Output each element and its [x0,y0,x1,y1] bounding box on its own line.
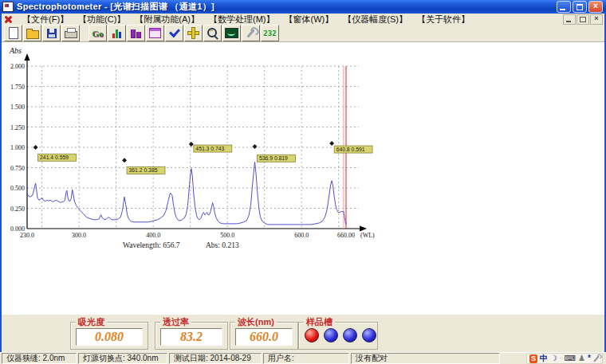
purple-bars-icon [131,29,141,38]
print-button[interactable] [61,25,80,41]
sample-cell-2[interactable] [324,328,338,342]
chinese-mode-icon[interactable]: 中 [540,354,548,363]
restore-button[interactable] [573,1,587,13]
wavelength-label: 波长(nm) [235,316,277,328]
person-icon[interactable]: ♟ [578,354,585,363]
status-slit: 仪器狭缝: 2.0nm [2,353,77,364]
validate-button[interactable] [165,25,183,41]
status-lamp-switch: 灯源切换点: 340.0nm [78,353,167,364]
save-button[interactable] [42,25,61,41]
sample-cell-group: 样品槽 [298,322,378,350]
sample-cell-3[interactable] [343,328,357,342]
sample-cell-4[interactable] [362,328,376,342]
svg-text:1.750: 1.750 [10,84,25,91]
menu-accessory[interactable]: 【附属功能(A)】 [130,14,204,25]
svg-text:Abs: 0.213: Abs: 0.213 [206,241,239,249]
new-file-icon [9,27,18,39]
crosshair-button[interactable] [184,25,203,41]
document-icon [4,15,13,24]
rs232-icon: 232 [263,29,276,37]
svg-text:(WL): (WL) [360,232,375,239]
crosshair-icon [188,28,199,38]
menu-instrument[interactable]: 【仪器幅度(S)】 [338,14,412,25]
transmittance-value: 83.2 [160,328,222,346]
svg-text:Abs: Abs [9,46,22,55]
svg-text:1.000: 1.000 [10,144,25,151]
status-pairing: 没有配对 [351,353,500,364]
spectrum-chart[interactable]: Abs2.0001.7501.5001.2501.0000.7500.5000.… [3,44,378,253]
tray-wrench-icon[interactable] [593,355,599,362]
status-test-date: 测试日期: 2014-08-29 [169,353,262,364]
svg-text:2.000: 2.000 [10,63,25,70]
svg-text:0.750: 0.750 [10,165,25,172]
checkmark-icon [169,25,180,37]
app-icon [2,2,14,12]
svg-text:451.3 0.743: 451.3 0.743 [195,146,224,151]
input-method-tray: S 中 ☽ · ⌨ ♟ * [526,353,603,364]
punctuation-icon[interactable]: · [560,354,562,363]
bar-chart-icon [112,29,121,38]
svg-text:300.0: 300.0 [72,232,86,239]
wavelength-value: 660.0 [235,328,293,346]
sogou-icon[interactable]: S [529,354,537,363]
minimize-button[interactable] [557,1,571,13]
window-icon [149,28,161,38]
star-icon[interactable]: * [588,354,591,363]
open-button[interactable] [23,25,41,41]
go-icon: Go [92,29,103,38]
close-button[interactable]: × [588,1,603,13]
menu-bar: 【文件(F)】 【功能(C)】 【附属功能(A)】 【数学处理(M)】 【窗体(… [2,14,604,25]
open-folder-icon [26,30,39,39]
menu-about[interactable]: 【关于软件】 [412,14,474,25]
svg-text:1.500: 1.500 [10,104,25,111]
menu-file[interactable]: 【文件(F)】 [18,14,73,25]
status-bar: 仪器狭缝: 2.0nm 灯源切换点: 340.0nm 测试日期: 2014-08… [0,352,606,364]
svg-text:640.8 0.591: 640.8 0.591 [336,147,365,152]
display-button[interactable] [222,25,241,41]
window-title: Spectrophotometer - [光谱扫描图谱 （通道1）] [17,1,214,13]
svg-text:Wavelength: 656.7: Wavelength: 656.7 [123,241,180,249]
svg-text:230.0: 230.0 [20,232,34,239]
absorbance-value: 0.080 [76,328,143,346]
transmittance-group: 透过率 83.2 [155,322,228,350]
sample-cell-label: 样品槽 [304,316,335,328]
svg-text:0.500: 0.500 [10,185,25,192]
save-icon [47,29,57,38]
window-mode-button[interactable] [146,25,164,41]
sample-cell-1[interactable] [305,328,319,342]
svg-text:500.0: 500.0 [220,232,234,239]
svg-text:241.4 0.559: 241.4 0.559 [40,155,69,160]
mdi-close-icon: × [591,14,602,24]
screen-icon [225,28,238,38]
toolbar: Go 232 [2,25,604,42]
moon-icon[interactable]: ☽ [550,354,557,363]
zoom-button[interactable] [203,25,222,41]
menu-window[interactable]: 【窗体(W)】 [280,14,339,25]
photometry-button[interactable] [127,25,145,41]
mdi-restore-button[interactable] [576,14,589,25]
new-button[interactable] [4,25,22,41]
go-button[interactable]: Go [89,25,107,41]
printer-icon [65,31,77,38]
settings-button[interactable] [242,25,260,41]
svg-text:361.2 0.385: 361.2 0.385 [129,167,158,173]
readout-panel: 吸光度 0.080 透过率 83.2 波长(nm) 660.0 样品槽 [2,314,604,354]
absorbance-label: 吸光度 [76,316,107,328]
rs232-button[interactable]: 232 [261,25,279,41]
title-bar: Spectrophotometer - [光谱扫描图谱 （通道1）] × [0,0,606,14]
svg-text:1.250: 1.250 [10,124,25,131]
close-icon: × [589,1,602,12]
spectrum-scan-button[interactable] [108,25,126,41]
status-username: 用户名: [263,353,349,364]
svg-text:0.250: 0.250 [10,205,25,213]
menu-function[interactable]: 【功能(C)】 [73,14,130,25]
mdi-minimize-button[interactable] [563,14,576,25]
menu-math[interactable]: 【数学处理(M)】 [204,14,280,25]
chart-client-area: Abs2.0001.7501.5001.2501.0000.7500.5000.… [2,42,604,314]
svg-text:660.00: 660.00 [337,232,355,239]
wavelength-group: 波长(nm) 660.0 [230,322,298,350]
keyboard-icon[interactable]: ⌨ [565,354,576,363]
svg-text:600.0: 600.0 [294,232,309,239]
transmittance-label: 透过率 [160,316,191,328]
mdi-close-button[interactable]: × [590,14,603,25]
